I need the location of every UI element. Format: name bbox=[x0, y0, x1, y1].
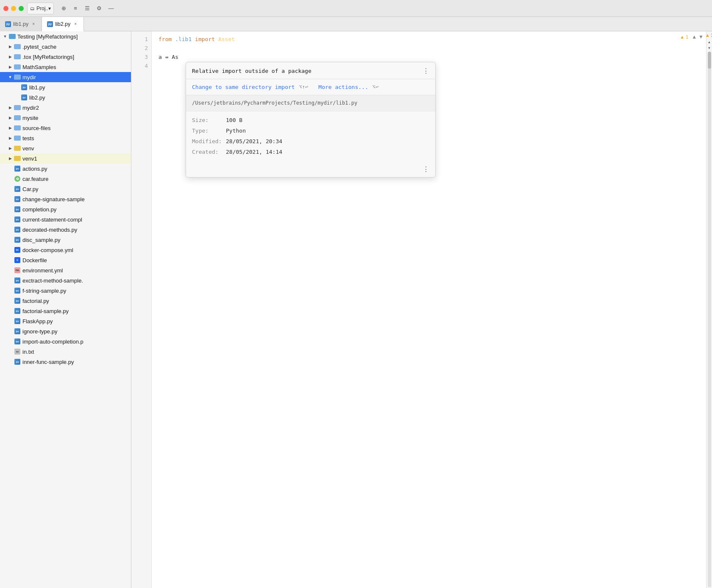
sidebar-item-factorial-sample[interactable]: py factorial-sample.py bbox=[0, 306, 131, 316]
python-file-icon: py bbox=[14, 358, 21, 365]
minimize-icon[interactable]: — bbox=[106, 4, 116, 13]
python-file-icon: py bbox=[14, 287, 21, 294]
sidebar-item-venv1[interactable]: ▶ venv1 bbox=[0, 153, 131, 164]
item-label: current-statement-compl bbox=[22, 216, 82, 223]
footer-menu-button[interactable]: ⋮ bbox=[423, 165, 429, 174]
item-label: car.feature bbox=[22, 176, 48, 182]
sidebar-item-pytest-cache[interactable]: ▶ .pytest_cache bbox=[0, 42, 131, 52]
sidebar-item-car-feature[interactable]: ✿ car.feature bbox=[0, 174, 131, 184]
folder-icon bbox=[14, 43, 21, 50]
sidebar-item-exctract[interactable]: py exctract-method-sample. bbox=[0, 275, 131, 286]
sidebar-item-mydir2[interactable]: ▶ mydir2 bbox=[0, 103, 131, 113]
tab-lib2[interactable]: py lib2.py × bbox=[42, 17, 84, 31]
arrow-icon: ▶ bbox=[7, 146, 14, 150]
sidebar-item-import-auto[interactable]: py import-auto-completion.p bbox=[0, 336, 131, 347]
sidebar-item-venv[interactable]: ▶ venv bbox=[0, 143, 131, 153]
item-label: in.txt bbox=[22, 349, 34, 355]
item-label: inner-func-sample.py bbox=[22, 359, 74, 365]
docker-file-icon: DC bbox=[14, 247, 21, 253]
sidebar-item-actions[interactable]: py actions.py bbox=[0, 164, 131, 174]
python-file-icon: py bbox=[14, 216, 21, 223]
more-actions-button[interactable]: More actions... bbox=[318, 83, 368, 92]
sidebar-item-flaskapp[interactable]: py FlaskApp.py bbox=[0, 316, 131, 326]
item-label: factorial.py bbox=[22, 298, 49, 304]
modified-value: 28/05/2021, 20:34 bbox=[226, 137, 282, 146]
arrow-icon: ▶ bbox=[7, 44, 14, 49]
sidebar-item-inner-func[interactable]: py inner-func-sample.py bbox=[0, 357, 131, 367]
tooltip-actions: Change to same directory import ⌥↑↩ More… bbox=[186, 79, 435, 95]
editor-scrollbar[interactable]: ▲ 1 ▲ ▼ bbox=[706, 31, 712, 588]
item-label: Dockerfile bbox=[22, 257, 47, 263]
tooltip-menu-button[interactable]: ⋮ bbox=[423, 68, 429, 75]
sidebar-item-ignore-type[interactable]: py ignore-type.py bbox=[0, 326, 131, 336]
code-line-3: a = As bbox=[159, 53, 705, 61]
align-center-icon[interactable]: ≡ bbox=[71, 4, 80, 13]
sidebar-item-source-files[interactable]: ▶ source-files bbox=[0, 123, 131, 133]
sidebar-item-current-statement[interactable]: py current-statement-compl bbox=[0, 214, 131, 225]
tab-lib2-close[interactable]: × bbox=[72, 21, 78, 27]
python-file-icon: py bbox=[14, 277, 21, 284]
sidebar-item-tox[interactable]: ▶ .tox [MyRefactorings] bbox=[0, 52, 131, 62]
python-file-icon: py bbox=[14, 236, 21, 243]
arrow-icon: ▶ bbox=[7, 105, 14, 110]
sidebar-item-completion[interactable]: py completion.py bbox=[0, 204, 131, 214]
folder-icon bbox=[14, 64, 21, 70]
sidebar-item-change-signature[interactable]: py change-signature-sample bbox=[0, 194, 131, 204]
created-value: 28/05/2021, 14:14 bbox=[226, 147, 282, 156]
scrollbar-track[interactable] bbox=[708, 52, 711, 587]
tab-lib1-close[interactable]: × bbox=[31, 21, 36, 27]
folder-yellow-icon bbox=[14, 155, 21, 162]
scroll-down-arrow[interactable]: ▼ bbox=[706, 45, 712, 51]
sidebar-item-root[interactable]: ▼ Testing [MyRefactorings] bbox=[0, 31, 131, 42]
sidebar-item-lib1[interactable]: py lib1.py bbox=[0, 82, 131, 92]
python-file-icon: py bbox=[14, 328, 21, 335]
code-line-1: from .lib1 import Asset bbox=[159, 35, 705, 44]
minimize-button[interactable] bbox=[11, 6, 16, 11]
sidebar-item-tests[interactable]: ▶ tests bbox=[0, 133, 131, 143]
project-label[interactable]: 🗂 Proj..▾ bbox=[27, 3, 54, 14]
python-file-icon: py bbox=[20, 84, 28, 91]
sidebar-item-f-string[interactable]: py f-string-sample.py bbox=[0, 286, 131, 296]
sidebar-item-disc-sample[interactable]: py disc_sample.py bbox=[0, 235, 131, 245]
sidebar-item-docker-compose[interactable]: DC docker-compose.yml bbox=[0, 245, 131, 255]
maximize-button[interactable] bbox=[19, 6, 24, 11]
folder-icon bbox=[14, 114, 21, 121]
arrow-icon: ▶ bbox=[7, 136, 14, 140]
sidebar-item-in-txt[interactable]: txt in.txt bbox=[0, 347, 131, 357]
arrow-icon: ▶ bbox=[7, 126, 14, 130]
align-justify-icon[interactable]: ☰ bbox=[83, 4, 92, 13]
tab-lib1[interactable]: py lib1.py × bbox=[0, 17, 42, 31]
sidebar-item-environment[interactable]: YML environment.yml bbox=[0, 265, 131, 275]
editor-area: ▲ 1 ▲ ▼ 1 2 3 4 from .lib1 import bbox=[131, 31, 712, 588]
line-num-3: 3 bbox=[131, 53, 151, 61]
item-label: mysite bbox=[22, 115, 39, 121]
scroll-up-arrow[interactable]: ▲ bbox=[706, 39, 712, 45]
python-file-icon: py bbox=[20, 94, 28, 101]
type-label: Type: bbox=[192, 126, 226, 135]
python-file-icon: py bbox=[14, 186, 21, 192]
add-icon[interactable]: ⊕ bbox=[59, 4, 68, 13]
sidebar-item-mathsamples[interactable]: ▶ MathSamples bbox=[0, 62, 131, 72]
sidebar-item-decorated[interactable]: py decorated-methods.py bbox=[0, 225, 131, 235]
folder-icon bbox=[14, 125, 21, 131]
sidebar-item-mysite[interactable]: ▶ mysite bbox=[0, 113, 131, 123]
sidebar-item-car-py[interactable]: py Car.py bbox=[0, 184, 131, 194]
folder-icon bbox=[8, 33, 16, 40]
code-editor[interactable]: from .lib1 import Asset a = As bbox=[152, 31, 712, 588]
tooltip-header: Relative import outside of a package ⋮ bbox=[186, 62, 435, 79]
title-bar: 🗂 Proj..▾ ⊕ ≡ ☰ ⚙ — bbox=[0, 0, 712, 17]
change-to-same-dir-action[interactable]: Change to same directory import bbox=[192, 83, 295, 92]
feature-file-icon: ✿ bbox=[14, 175, 21, 182]
sidebar-item-dockerfile[interactable]: D Dockerfile bbox=[0, 255, 131, 265]
scrollbar-thumb[interactable] bbox=[708, 52, 711, 69]
sidebar-item-mydir[interactable]: ▼ mydir bbox=[0, 72, 131, 82]
close-button[interactable] bbox=[3, 6, 8, 11]
keyword-import: import bbox=[195, 35, 215, 44]
settings-icon[interactable]: ⚙ bbox=[95, 4, 104, 13]
item-label: ignore-type.py bbox=[22, 328, 57, 335]
item-label: Car.py bbox=[22, 186, 39, 192]
sidebar-item-factorial[interactable]: py factorial.py bbox=[0, 296, 131, 306]
item-label: factorial-sample.py bbox=[22, 308, 69, 314]
code-line-2 bbox=[159, 44, 705, 53]
sidebar-item-lib2[interactable]: py lib2.py bbox=[0, 92, 131, 103]
